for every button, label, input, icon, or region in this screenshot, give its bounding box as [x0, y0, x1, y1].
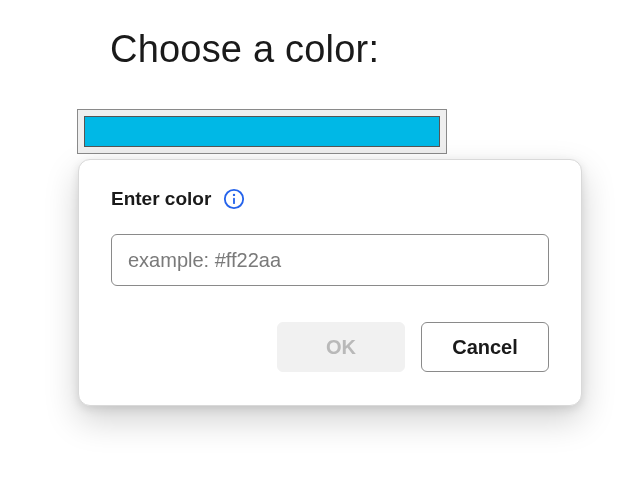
svg-point-1	[233, 194, 235, 196]
dialog-header: Enter color	[111, 188, 549, 210]
color-input-dialog: Enter color OK Cancel	[78, 159, 582, 406]
dialog-title: Enter color	[111, 188, 211, 210]
color-preview-container[interactable]	[77, 109, 447, 154]
cancel-button[interactable]: Cancel	[421, 322, 549, 372]
color-preview-swatch	[84, 116, 440, 147]
ok-button[interactable]: OK	[277, 322, 405, 372]
page-title: Choose a color:	[110, 28, 379, 71]
color-input-wrap	[111, 234, 549, 286]
svg-rect-2	[233, 198, 235, 204]
color-input[interactable]	[111, 234, 549, 286]
info-icon[interactable]	[223, 188, 245, 210]
dialog-button-row: OK Cancel	[111, 322, 549, 372]
